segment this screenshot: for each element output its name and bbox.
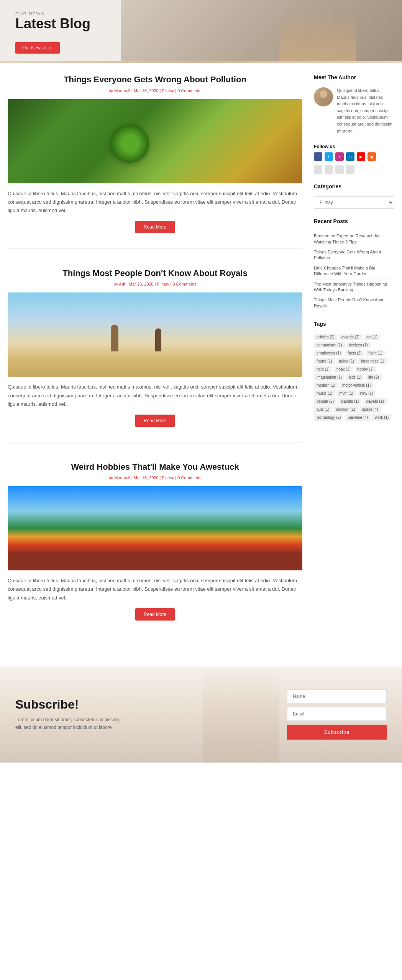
tag-item[interactable]: happiness (1)	[358, 358, 387, 364]
tag-item[interactable]: awards (2)	[339, 334, 362, 340]
recent-post-item-2[interactable]: Things Everyone Gets Wrong About Polluti…	[314, 247, 394, 263]
categories-section: Categories Flimsy	[314, 183, 394, 209]
tag-item[interactable]: future (1)	[314, 358, 335, 364]
post-excerpt-3: Quisque id libero tellus. Mauris faucibu…	[8, 577, 302, 602]
tag-item[interactable]: employees (1)	[314, 350, 343, 356]
header-person-image	[279, 0, 356, 61]
post-meta-3: by Marshall | Mar 13, 2020 | Flimsy | 0 …	[8, 475, 302, 480]
read-more-button-2[interactable]: Read More	[135, 415, 175, 427]
post-image-coastal	[8, 486, 302, 570]
follow-us-title: Follow us	[314, 144, 394, 149]
subscribe-title: Subscribe!	[15, 697, 272, 712]
tag-item[interactable]: motor vehicle (1)	[340, 382, 373, 389]
extra-social-1[interactable]	[314, 165, 322, 174]
tag-item[interactable]: imagination (1)	[314, 374, 345, 381]
tag-item[interactable]: new (1)	[358, 390, 376, 397]
tag-item[interactable]: technology (2)	[314, 414, 343, 421]
linkedin-icon[interactable]: in	[346, 152, 354, 161]
extra-social-4[interactable]	[346, 165, 354, 174]
tag-item[interactable]: hoax (1)	[334, 366, 353, 372]
tag-item[interactable]: kids (1)	[346, 374, 364, 381]
tag-item[interactable]: myth (1)	[336, 390, 356, 397]
tag-item[interactable]: help (1)	[314, 366, 332, 372]
header-title: Latest Blog	[15, 16, 90, 31]
recent-posts-list: Become an Expert on Research by Watching…	[314, 231, 394, 311]
social-icons-row: f t i in ▶ ◉	[314, 152, 394, 161]
tag-item[interactable]: flight (1)	[366, 350, 385, 356]
post-excerpt-1: Quisque id libero tellus. Mauris faucibu…	[8, 189, 302, 215]
author-avatar	[314, 87, 333, 106]
subscribe-name-input[interactable]	[287, 689, 387, 703]
sidebar: Meet The Author Quisque id libero tellus…	[314, 74, 394, 655]
subscribe-text: Subscribe! Lorem ipsum dolor sit amet, c…	[15, 697, 272, 731]
tag-item[interactable]: articles (2)	[314, 334, 337, 340]
tag-item[interactable]: facts (2)	[345, 350, 364, 356]
author-section: Meet The Author Quisque id libero tellus…	[314, 74, 394, 134]
post-image-1	[8, 99, 302, 183]
tag-item[interactable]: devices (1)	[346, 342, 371, 348]
post-title-3: Weird Hobbies That'll Make You Awestuck	[8, 462, 302, 473]
extra-social-2[interactable]	[325, 165, 333, 174]
post-image-3	[8, 486, 302, 570]
subscribe-form: Subscribe	[287, 689, 387, 740]
tag-item[interactable]: guide (1)	[336, 358, 357, 364]
youtube-icon[interactable]: ▶	[357, 152, 365, 161]
recent-post-item-1[interactable]: Become an Expert on Research by Watching…	[314, 231, 394, 247]
recent-post-item-5[interactable]: Things Most People Don't Know About Roya…	[314, 295, 394, 311]
tag-item[interactable]: modern (1)	[314, 382, 338, 389]
post-meta-1: by Marshall | Mar 18, 2020 | Flimsy | 0 …	[8, 88, 302, 93]
subscribe-email-input[interactable]	[287, 707, 387, 721]
tags-container: articles (2)awards (2)car (1)comparison …	[314, 334, 394, 421]
header-background	[121, 0, 402, 61]
post-meta-2: by Arif | Mar 18, 2020 | Flimsy | 0 Comm…	[8, 282, 302, 286]
tag-item[interactable]: music (1)	[314, 390, 335, 397]
categories-select[interactable]: Flimsy	[314, 196, 394, 209]
tag-item[interactable]: work (1)	[372, 414, 391, 421]
recent-post-item-4[interactable]: The Most Innovative Things Happening Wit…	[314, 279, 394, 296]
main-container: Things Everyone Gets Wrong About Polluti…	[0, 63, 402, 666]
subscribe-button[interactable]: Subscribe	[287, 725, 387, 740]
tag-item[interactable]: comparison (1)	[314, 342, 345, 348]
blog-post-1: Things Everyone Gets Wrong About Polluti…	[8, 74, 302, 249]
tags-title: Tags	[314, 321, 394, 329]
tag-item[interactable]: space (4)	[359, 406, 381, 413]
post-excerpt-2: Quisque id libero tellus. Mauris faucibu…	[8, 383, 302, 408]
follow-section: Follow us f t i in ▶ ◉	[314, 144, 394, 174]
rss-icon[interactable]: ◉	[368, 152, 376, 161]
tag-item[interactable]: life (2)	[366, 374, 382, 381]
tag-item[interactable]: planets (1)	[338, 398, 361, 405]
tag-item[interactable]: solution (1)	[333, 406, 358, 413]
tag-item[interactable]: people (2)	[314, 398, 336, 405]
read-more-button-3[interactable]: Read More	[135, 608, 175, 621]
page-header: OUR NEWS Latest Blog Our Newsletter	[0, 0, 402, 61]
extra-social-3[interactable]	[335, 165, 344, 174]
newsletter-button[interactable]: Our Newsletter	[15, 42, 60, 54]
tags-section: Tags articles (2)awards (2)car (1)compar…	[314, 321, 394, 421]
instagram-icon[interactable]: i	[335, 152, 344, 161]
categories-title: Categories	[314, 183, 394, 192]
subscribe-section: Subscribe! Lorem ipsum dolor sit amet, c…	[0, 666, 402, 763]
header-text: OUR NEWS Latest Blog	[15, 11, 90, 31]
recent-posts-section: Recent Posts Become an Expert on Researc…	[314, 218, 394, 311]
post-title-1: Things Everyone Gets Wrong About Polluti…	[8, 74, 302, 85]
tag-item[interactable]: quiz (1)	[314, 406, 332, 413]
tag-item[interactable]: car (1)	[364, 334, 380, 340]
post-image-2	[8, 292, 302, 377]
post-image-pollution	[8, 99, 302, 183]
facebook-icon[interactable]: f	[314, 152, 322, 161]
author-bio: Quisque id libero tellus. Mauris faucibu…	[337, 87, 394, 134]
subscribe-description: Lorem ipsum dolor sit amet, consectetur …	[15, 716, 123, 731]
author-box: Quisque id libero tellus. Mauris faucibu…	[314, 87, 394, 134]
recent-posts-title: Recent Posts	[314, 218, 394, 227]
social-icons-row-2	[314, 165, 394, 174]
tag-item[interactable]: players (1)	[363, 398, 386, 405]
author-section-title: Meet The Author	[314, 74, 394, 83]
twitter-icon[interactable]: t	[325, 152, 333, 161]
content-area: Things Everyone Gets Wrong About Polluti…	[8, 74, 302, 655]
read-more-button-1[interactable]: Read More	[135, 221, 175, 233]
tag-item[interactable]: hobby (1)	[355, 366, 376, 372]
blog-post-2: Things Most People Don't Know About Roya…	[8, 268, 302, 443]
recent-post-item-3[interactable]: Little Changes That'll Make a Big Differ…	[314, 263, 394, 279]
tag-item[interactable]: universe (4)	[345, 414, 371, 421]
post-title-2: Things Most People Don't Know About Roya…	[8, 268, 302, 279]
